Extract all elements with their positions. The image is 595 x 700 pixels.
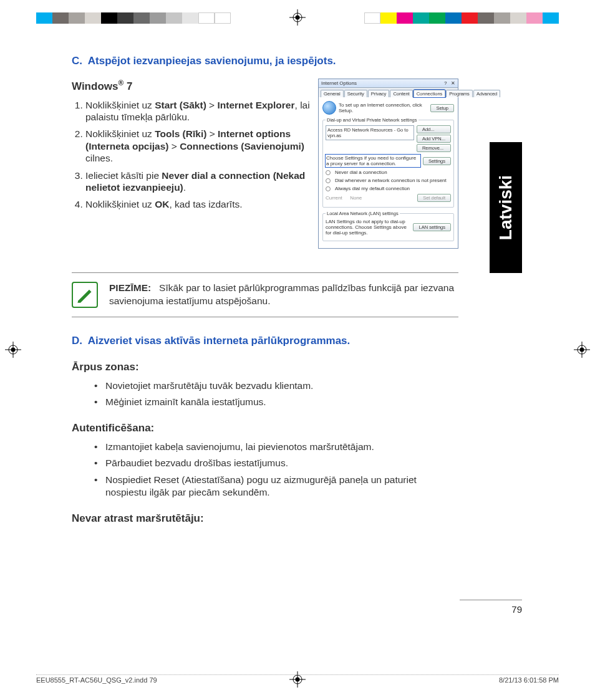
dialog-tab-connections[interactable]: Connections [414,90,446,97]
setup-button[interactable]: Setup [430,104,454,112]
section-c-heading: C. Atspējot iezvanpieejas savienojumu, j… [72,55,458,67]
settings-button[interactable]: Settings [423,157,451,165]
radio-dial-when[interactable] [326,178,331,183]
norouter-heading: Nevar atrast maršrutētāju: [72,512,458,525]
registration-mark-icon [5,342,21,358]
remove-button[interactable]: Remove... [417,144,451,152]
colorbar-left [36,12,231,24]
registration-mark-icon [289,9,306,26]
footer: EEU8555_RT-AC56U_QSG_v2.indd 79 8/21/13 … [36,674,559,684]
internet-options-dialog-figure: Internet Options ? ✕ General Security Pr… [318,79,458,249]
dialog-tab[interactable]: General [321,90,344,97]
dialog-tab[interactable]: Security [344,90,367,97]
auth-heading: Autentificēšana: [72,422,458,434]
footer-date: 8/21/13 6:01:58 PM [499,676,559,684]
note-text: PIEZĪME: Sīkāk par to lasiet pārlūkprogr… [109,282,458,308]
radio-never-dial[interactable] [326,170,331,175]
radio-always-dial[interactable] [326,186,331,191]
list-item: Izmantojiet kabeļa savienojumu, lai piev… [94,441,458,453]
list-item: Pārbaudiet bezvadu drošības iestatījumus… [94,457,458,469]
registration-mark-icon [574,342,590,358]
list-item: Nospiediet Reset (Atiestatīšana) pogu uz… [94,474,458,499]
dialog-tab[interactable]: Content [390,90,412,97]
language-tab-label: Latviski [496,175,516,240]
add-vpn-button[interactable]: Add VPN... [417,135,451,143]
dialog-titlebar: Internet Options ? ✕ [319,79,458,88]
section-d-heading: D. Aizveriet visas aktīvās interneta pār… [72,335,458,347]
note-box: PIEZĪME: Sīkāk par to lasiet pārlūkprogr… [72,272,458,317]
dialog-tab[interactable]: Programs [446,90,473,97]
dialog-tab[interactable]: Advanced [473,90,500,97]
globe-icon [322,101,336,115]
list-item: Mēģiniet izmainīt kanāla iestatījumus. [94,396,458,408]
connections-listbox[interactable]: Access RD Network Resources - Go to vpn.… [326,125,414,140]
add-button[interactable]: Add... [417,125,451,133]
page-number: 79 [460,600,522,615]
page-content: Latviski C. Atspējot iezvanpieejas savie… [72,55,522,641]
set-default-button[interactable]: Set default [417,194,451,202]
language-tab: Latviski [490,142,522,273]
out-of-range-heading: Ārpus zonas: [72,361,458,373]
lan-settings-button[interactable]: LAN settings [413,223,451,231]
colorbar-right [364,12,559,24]
note-icon [72,282,98,308]
list-item: Novietojiet maršrutētāju tuvāk bezvadu k… [94,380,458,392]
footer-file: EEU8555_RT-AC56U_QSG_v2.indd 79 [36,676,157,684]
dialog-tabs: General Security Privacy Content Connect… [319,88,458,97]
dialog-tab[interactable]: Privacy [368,90,390,97]
